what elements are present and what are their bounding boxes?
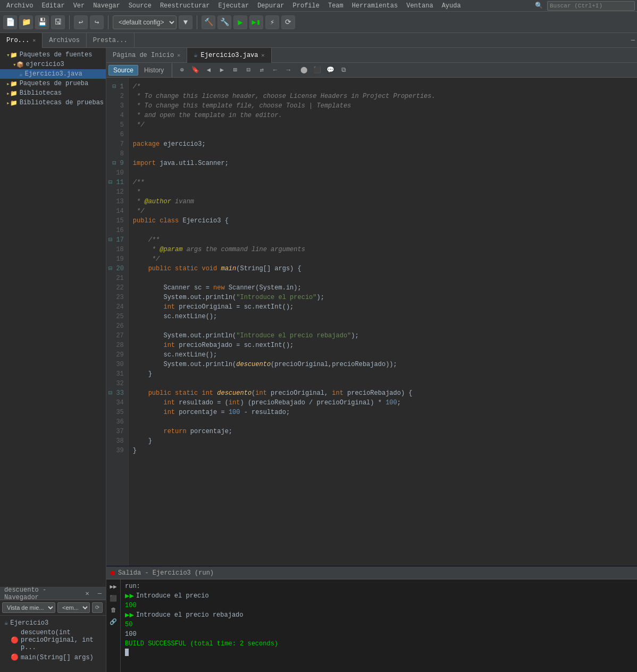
profile-btn[interactable]: ⚡	[265, 15, 279, 29]
tree-item-ejercicio3-java[interactable]: ☕ Ejercicio3.java	[0, 69, 106, 79]
menu-navegar[interactable]: Navegar	[89, 1, 124, 11]
pause-btn[interactable]: ⬛	[311, 64, 323, 76]
code-content[interactable]: /* * To change this license header, choo…	[129, 78, 637, 566]
line-13: 13	[106, 197, 128, 206]
navigator-close-btn[interactable]: ✕	[81, 587, 94, 600]
build-project-btn[interactable]: 🔨	[202, 15, 215, 29]
navigator-minimize-btn[interactable]: —	[98, 590, 102, 598]
open-project-btn[interactable]: 📁	[19, 15, 33, 29]
method-icon-descuento: 🔴	[11, 636, 19, 644]
tab-pagina-close[interactable]: ✕	[177, 52, 180, 59]
tree-item-bibliotecas[interactable]: ▸📁 Bibliotecas	[0, 88, 106, 98]
line-31: 31	[106, 369, 128, 379]
nav-method-main[interactable]: 🔴 main(String[] args)	[2, 652, 104, 662]
nav-controls: Vista de mie... <em... ⟳	[0, 600, 106, 616]
new-file-btn[interactable]: 📄	[3, 15, 17, 29]
nav-class-item[interactable]: ☕ Ejercicio3	[2, 618, 104, 628]
tree-label-bibliotecas-prueba: Bibliotecas de pruebas	[20, 99, 104, 106]
nav-sync-btn[interactable]: ⟳	[92, 602, 103, 613]
tab-presta[interactable]: Presta...	[87, 33, 135, 48]
java-file-icon: ☕	[19, 71, 23, 78]
menu-ventana[interactable]: Ventana	[402, 1, 437, 11]
next-bookmark-btn[interactable]: ▶	[216, 64, 228, 76]
menu-ver[interactable]: Ver	[69, 1, 89, 11]
editor-source-toolbar: Source History ⊕ 🔖 ◀ ▶ ⊞ ⊟ ⇄ ← → ⬤ ⬛ 💬 ⧉	[106, 63, 637, 78]
line-34: 34	[106, 398, 128, 408]
nav-method-descuento[interactable]: 🔴 descuento(int precioOriginal, int p...	[2, 628, 104, 652]
stop-btn[interactable]: ⬤	[298, 64, 309, 76]
link-btn[interactable]: 🔗	[108, 617, 118, 626]
tree-label-ejercicio3-java: Ejercicio3.java	[25, 70, 82, 78]
unfold-code-btn[interactable]: ⊟	[242, 64, 254, 76]
redo-btn[interactable]: ↪	[90, 15, 104, 29]
diff-btn[interactable]: ⇄	[256, 64, 267, 76]
output-line-run: run:	[125, 582, 633, 591]
tab-ejercicio3-close[interactable]: ✕	[262, 52, 265, 59]
prev-bookmark-btn[interactable]: ◀	[203, 64, 214, 76]
history-forward-btn[interactable]: →	[282, 64, 294, 76]
macro-btn[interactable]: ⧉	[338, 64, 349, 76]
history-back-btn[interactable]: ←	[269, 64, 281, 76]
menu-reestructurar[interactable]: Reestructurar	[156, 1, 214, 11]
menu-ayuda[interactable]: Ayuda	[438, 1, 465, 11]
menu-depurar[interactable]: Depurar	[253, 1, 288, 11]
tab-ejercicio3-label: Ejercicio3.java	[200, 52, 258, 59]
clear-output-btn[interactable]: 🗑	[108, 605, 118, 615]
stop-output-btn[interactable]: ⬛	[108, 593, 118, 603]
tree-item-prueba[interactable]: ▸📁 Paquetes de prueba	[0, 79, 106, 88]
tab-projects-close[interactable]: ✕	[32, 37, 36, 44]
config-select[interactable]: <default config>	[113, 15, 177, 29]
navigator-tree: ☕ Ejercicio3 🔴 descuento(int precioOrigi…	[0, 616, 106, 665]
goto-type-btn[interactable]: ⊕	[176, 64, 188, 76]
rerun-btn[interactable]: ▶▶	[108, 582, 118, 591]
line-22: 22	[106, 283, 128, 293]
output-introduce-precio: Introduce el precio	[136, 591, 209, 601]
menu-herramientas[interactable]: Herramientas	[348, 1, 402, 11]
undo-btn[interactable]: ↩	[74, 15, 88, 29]
nav-scope-select[interactable]: <em...	[57, 602, 90, 613]
comment-btn[interactable]: 💬	[324, 64, 336, 76]
debug-btn[interactable]: ▶▮	[249, 15, 263, 29]
tree-item-bibliotecas-prueba[interactable]: ▸📁 Bibliotecas de pruebas	[0, 98, 106, 107]
apply-diff-btn[interactable]: ⟳	[281, 15, 295, 29]
run-indicator	[111, 571, 115, 575]
toggle-bookmarks-btn[interactable]: 🔖	[189, 64, 201, 76]
save-btn[interactable]: 💾	[35, 15, 49, 29]
config-dropdown-btn[interactable]: ▼	[179, 15, 192, 29]
tree-item-fuentes[interactable]: ▾📁 Paquetes de fuentes	[0, 50, 106, 60]
line-35: 35	[106, 408, 128, 417]
line-12: 12	[106, 187, 128, 197]
line-38: 38	[106, 436, 128, 446]
panel-minimize-btn[interactable]: —	[631, 37, 637, 44]
folder-prueba-icon: ▸📁	[6, 80, 18, 87]
save-all-btn[interactable]: 🖫	[51, 15, 65, 29]
menu-source[interactable]: Source	[124, 1, 156, 11]
tree-item-ejercicio3-pkg[interactable]: ▾📦 ejercicio3	[0, 60, 106, 69]
output-run-label: run:	[125, 582, 140, 591]
cursor	[125, 649, 129, 656]
clean-build-btn[interactable]: 🔧	[217, 15, 231, 29]
menu-editar[interactable]: Editar	[37, 1, 69, 11]
line-7: 7	[106, 139, 128, 149]
menu-archivo[interactable]: Archivo	[2, 1, 37, 11]
tab-projects[interactable]: Pro... ✕	[0, 33, 43, 48]
nav-view-select[interactable]: Vista de mie...	[2, 602, 55, 613]
line-26: 26	[106, 321, 128, 331]
tab-pagina-inicio[interactable]: Página de Inicio ✕	[106, 48, 187, 63]
tab-archivos[interactable]: Archivos	[43, 33, 87, 48]
menu-profile[interactable]: Profile	[289, 1, 324, 11]
folder-icon: ▾📁	[6, 52, 18, 59]
line-25: 25	[106, 312, 128, 321]
menu-team[interactable]: Team	[324, 1, 348, 11]
fold-code-btn[interactable]: ⊞	[229, 64, 241, 76]
output-result-100: 100	[125, 629, 137, 639]
search-label[interactable]: Buscar (Ctrl+I)	[547, 1, 635, 11]
run-btn run-icon[interactable]: ▶	[233, 15, 247, 29]
source-tab-btn[interactable]: Source	[108, 65, 138, 76]
tab-ejercicio3[interactable]: ☕ Ejercicio3.java ✕	[187, 48, 271, 63]
output-line-100: 100	[125, 601, 633, 610]
menu-ejecutar[interactable]: Ejecutar	[214, 1, 254, 11]
history-tab-btn[interactable]: History	[140, 65, 168, 75]
sep2	[108, 15, 108, 29]
folder-bibliotecas-icon: ▸📁	[6, 90, 18, 97]
